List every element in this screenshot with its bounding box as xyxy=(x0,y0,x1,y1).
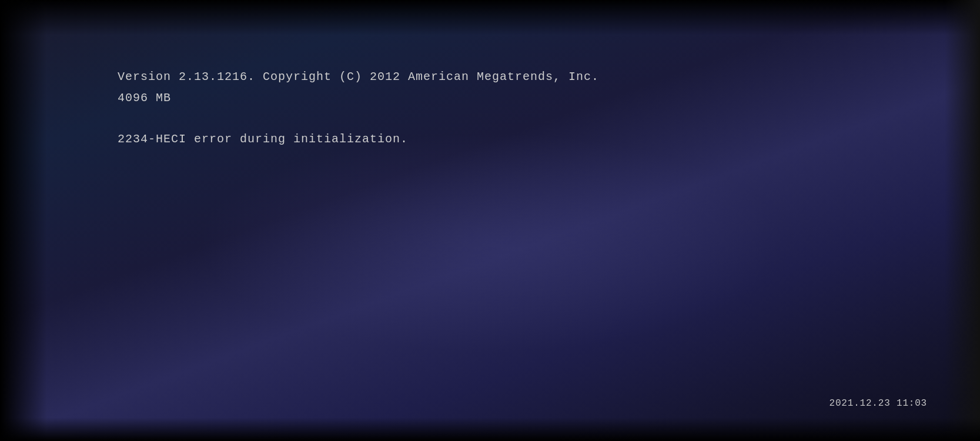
bios-content: Version 2.13.1216. Copyright (C) 2012 Am… xyxy=(0,0,980,441)
timestamp-display: 2021.12.23 11:03 xyxy=(830,398,927,409)
bios-error-line: 2234-HECI error during initialization. xyxy=(118,130,980,149)
bios-memory-line: 4096 MB xyxy=(118,89,980,108)
bios-screen: Version 2.13.1216. Copyright (C) 2012 Am… xyxy=(0,0,980,441)
bios-version-copyright-line: Version 2.13.1216. Copyright (C) 2012 Am… xyxy=(118,68,980,86)
